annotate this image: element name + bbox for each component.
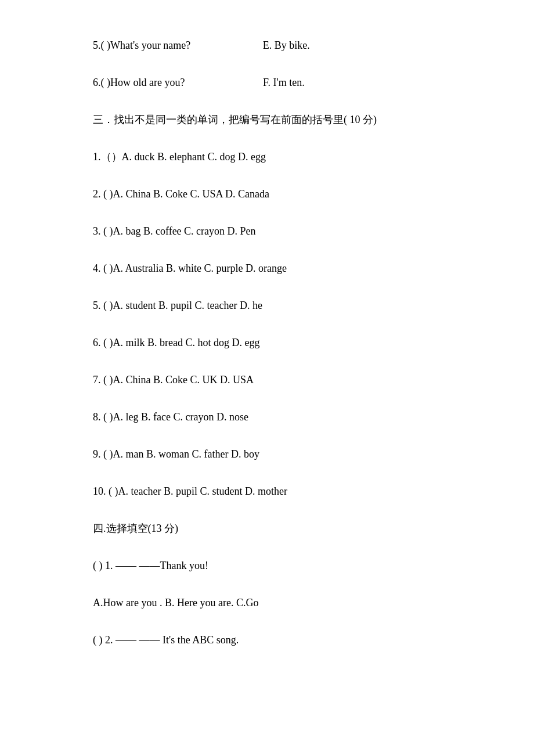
s3-question-5: 5. ( )A. student B. pupil C. teacher D. … xyxy=(93,295,441,316)
s3-question-2: 2. ( )A. China B. Coke C. USA D. Canada xyxy=(93,183,441,204)
section-4-title: 四.选择填空(13 分) xyxy=(93,518,441,539)
section-3-title: 三．找出不是同一类的单词，把编号写在前面的括号里( 10 分) xyxy=(93,109,441,130)
s3-question-10: 10. ( )A. teacher B. pupil C. student D.… xyxy=(93,481,441,502)
s4-question-1-options: A.How are you . B. Here you are. C.Go xyxy=(93,592,441,613)
s3-question-8: 8. ( )A. leg B. face C. crayon D. nose xyxy=(93,406,441,427)
s3-question-6: 6. ( )A. milk B. bread C. hot dog D. egg xyxy=(93,332,441,353)
s3-question-9: 9. ( )A. man B. woman C. father D. boy xyxy=(93,444,441,465)
s3-question-1: 1.（）A. duck B. elephant C. dog D. egg xyxy=(93,146,441,167)
s3-question-7: 7. ( )A. China B. Coke C. UK D. USA xyxy=(93,369,441,390)
question-5: 5.( )What's your name? E. By bike. xyxy=(93,35,441,56)
q6-answer: F. I'm ten. xyxy=(263,77,305,88)
q6-text: 6.( )How old are you? xyxy=(93,77,185,88)
s4-question-1: ( ) 1. —— ——Thank you! xyxy=(93,555,441,576)
question-6: 6.( )How old are you? F. I'm ten. xyxy=(93,72,441,93)
s3-question-4: 4. ( )A. Australia B. white C. purple D.… xyxy=(93,258,441,279)
q5-answer: E. By bike. xyxy=(263,39,310,51)
s4-question-2: ( ) 2. —— —— It's the ABC song. xyxy=(93,629,441,650)
q5-text: 5.( )What's your name? xyxy=(93,39,190,51)
s3-question-3: 3. ( )A. bag B. coffee C. crayon D. Pen xyxy=(93,221,441,242)
